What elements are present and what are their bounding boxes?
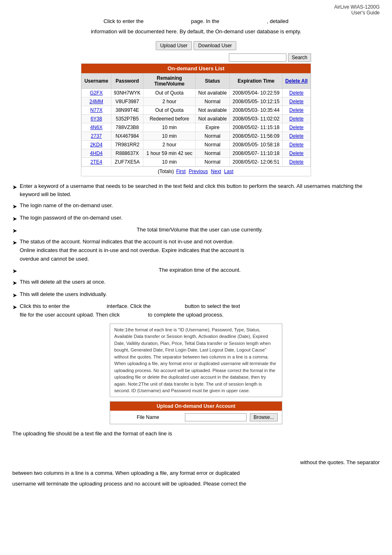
cell-status: Normal bbox=[196, 140, 230, 149]
col-header-remaining: RemainingTime/Volume bbox=[143, 73, 196, 88]
bottom-text-1: The uploading file should be a text file… bbox=[12, 430, 172, 437]
upload-box-row: File Name Browse... bbox=[110, 411, 282, 424]
bullet-item-5: ➤ The status of the account. Normal indi… bbox=[12, 238, 380, 263]
pagination-first[interactable]: First bbox=[176, 169, 186, 174]
cell-username[interactable]: 2TE4 bbox=[82, 157, 111, 166]
cell-expiration: 2008/05/05- 10:12:15 bbox=[230, 97, 283, 106]
cell-username[interactable]: 6Y38 bbox=[82, 114, 111, 123]
bullet-arrow-9: ➤ bbox=[12, 303, 17, 312]
table-row: 2TE4 ZUF7XE5A 10 min Normal 2008/05/02- … bbox=[82, 157, 311, 166]
cell-delete[interactable]: Delete bbox=[282, 97, 310, 106]
cell-remaining: Redeemed before bbox=[143, 114, 196, 123]
product-name-line1: AirLive WIAS-1200G bbox=[334, 4, 380, 10]
table-row: 4N6X 788VZ3B8 10 min Expire 2008/05/02- … bbox=[82, 123, 311, 132]
cell-username[interactable]: 4HD4 bbox=[82, 149, 111, 157]
cell-username[interactable]: G2FX bbox=[82, 88, 111, 97]
cell-expiration: 2008/05/02- 11:56:09 bbox=[230, 132, 283, 140]
search-input[interactable] bbox=[229, 53, 286, 62]
cell-delete[interactable]: Delete bbox=[282, 88, 310, 97]
bullet-arrow-2: ➤ bbox=[12, 202, 17, 211]
cell-expiration: 2008/05/07- 11:10:18 bbox=[230, 149, 283, 157]
cell-password: 5352P7B5 bbox=[111, 114, 143, 123]
cell-password: 7R981RR2 bbox=[111, 140, 143, 149]
cell-username[interactable]: 4N6X bbox=[82, 123, 111, 132]
bullet-item-6: ➤ The expiration time of the account. bbox=[12, 266, 380, 275]
cell-remaining: 10 min bbox=[143, 132, 196, 140]
cell-remaining: 10 min bbox=[143, 123, 196, 132]
cell-password: NX467984 bbox=[111, 132, 143, 140]
cell-remaining: 2 hour bbox=[143, 140, 196, 149]
file-name-input[interactable] bbox=[185, 413, 247, 421]
intro-line1-start: Click to enter the bbox=[104, 18, 144, 24]
pagination: (Totals) First Previous Next Last bbox=[81, 166, 311, 176]
upload-user-button[interactable]: Upload User bbox=[156, 41, 192, 50]
users-table-container: On-demand Users List Username Password R… bbox=[81, 63, 311, 176]
file-name-label: File Name bbox=[114, 414, 182, 420]
cell-password: R888637X bbox=[111, 149, 143, 157]
cell-remaining: 2 hour bbox=[143, 97, 196, 106]
cell-delete[interactable]: Delete bbox=[282, 123, 310, 132]
browse-button[interactable]: Browse... bbox=[250, 413, 278, 421]
bottom-text-section: The uploading file should be a text file… bbox=[12, 429, 380, 488]
cell-username[interactable]: 2737 bbox=[82, 132, 111, 140]
table-row: G2FX 93NH7WYK Out of Quota Not available… bbox=[82, 88, 311, 97]
cell-status: Not available bbox=[196, 106, 230, 114]
cell-status: Normal bbox=[196, 97, 230, 106]
bullet-arrow-8: ➤ bbox=[12, 291, 17, 300]
cell-expiration: 2008/05/03- 10:35:44 bbox=[230, 106, 283, 114]
cell-expiration: 2008/05/02- 11:15:18 bbox=[230, 123, 283, 132]
cell-username[interactable]: N77X bbox=[82, 106, 111, 114]
bullet-text-6: The expiration time of the account. bbox=[20, 266, 380, 275]
bullet-arrow-5: ➤ bbox=[12, 238, 17, 247]
bullet-item-3: ➤ The login password of the on-demand us… bbox=[12, 214, 380, 223]
note-text: Note:1the format of each line is "ID (Us… bbox=[114, 327, 276, 393]
intro-line2: information will be documented here. By … bbox=[91, 28, 301, 35]
cell-password: 38N99T4E bbox=[111, 106, 143, 114]
bullet-section: ➤ Enter a keyword of a username that nee… bbox=[12, 182, 380, 319]
pagination-last[interactable]: Last bbox=[224, 169, 233, 174]
bottom-text-6: username will terminate the uploading pr… bbox=[12, 481, 246, 487]
search-row: Search bbox=[81, 53, 311, 62]
bullet-arrow-6: ➤ bbox=[12, 266, 17, 275]
cell-expiration: 2008/05/05- 10:58:18 bbox=[230, 140, 283, 149]
cell-remaining: 1 hour 59 min 42 sec bbox=[143, 149, 196, 157]
col-header-username: Username bbox=[82, 73, 111, 88]
cell-delete[interactable]: Delete bbox=[282, 106, 310, 114]
product-name-line2: User's Guide bbox=[351, 10, 380, 16]
table-row: 4HD4 R888637X 1 hour 59 min 42 sec Norma… bbox=[82, 149, 311, 157]
bullet-text-4: The total time/Volume that the user can … bbox=[20, 226, 380, 234]
cell-delete[interactable]: Delete bbox=[282, 114, 310, 123]
search-button[interactable]: Search bbox=[288, 53, 311, 62]
top-right-header: AirLive WIAS-1200G User's Guide bbox=[12, 4, 380, 16]
cell-delete[interactable]: Delete bbox=[282, 149, 310, 157]
col-header-delete-all[interactable]: Delete All bbox=[282, 73, 310, 88]
cell-expiration: 2008/05/04- 10:22:59 bbox=[230, 88, 283, 97]
upload-box: Upload On-demand User Account File Name … bbox=[110, 401, 282, 424]
bullet-arrow-7: ➤ bbox=[12, 278, 17, 287]
pagination-next[interactable]: Next bbox=[211, 169, 221, 174]
cell-status: Not available bbox=[196, 88, 230, 97]
cell-delete[interactable]: Delete bbox=[282, 140, 310, 149]
cell-delete[interactable]: Delete bbox=[282, 132, 310, 140]
table-row: 6Y38 5352P7B5 Redeemed before Not availa… bbox=[82, 114, 311, 123]
pagination-totals: (Totals) bbox=[158, 169, 175, 174]
pagination-previous[interactable]: Previous bbox=[189, 169, 208, 174]
cell-username[interactable]: 24MM bbox=[82, 97, 111, 106]
bullet-item-8: ➤ This will delete the users individuall… bbox=[12, 290, 380, 300]
bullet-text-1: Enter a keyword of a username that needs… bbox=[20, 182, 380, 199]
cell-username[interactable]: 2KD4 bbox=[82, 140, 111, 149]
bullet-text-5: The status of the account. Normal indica… bbox=[20, 238, 380, 263]
cell-password: 93NH7WYK bbox=[111, 88, 143, 97]
bullet-text-9: Click this to enter the interface. Click… bbox=[20, 302, 380, 319]
table-row: N77X 38N99T4E Out of Quota Not available… bbox=[82, 106, 311, 114]
cell-delete[interactable]: Delete bbox=[282, 157, 310, 166]
download-user-button[interactable]: Download User bbox=[194, 41, 236, 50]
cell-status: Normal bbox=[196, 157, 230, 166]
intro-line1-end: , detailed bbox=[267, 18, 288, 24]
bullet-item-4: ➤ The total time/Volume that the user ca… bbox=[12, 226, 380, 235]
table-title: On-demand Users List bbox=[81, 64, 311, 73]
cell-remaining: Out of Quota bbox=[143, 106, 196, 114]
bottom-text-4: without the quotes. The separator bbox=[300, 459, 380, 465]
bullet-text-7: This will delete all the users at once. bbox=[20, 278, 380, 287]
table-row: 2KD4 7R981RR2 2 hour Normal 2008/05/05- … bbox=[82, 140, 311, 149]
